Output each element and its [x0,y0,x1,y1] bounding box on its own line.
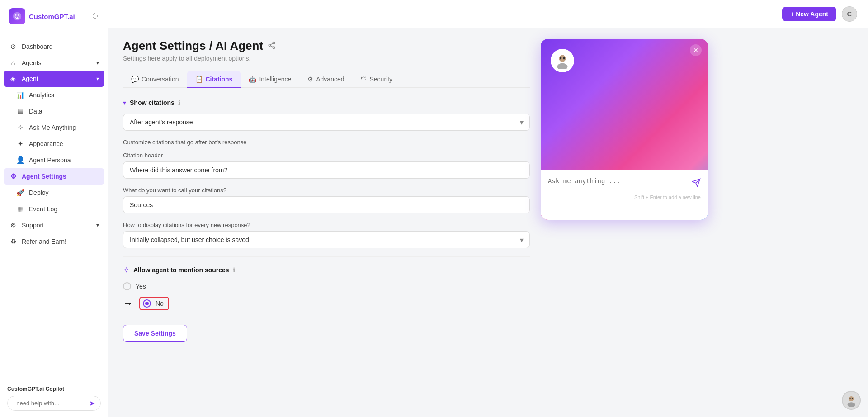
tab-security[interactable]: 🛡 Security [353,71,401,88]
sidebar-item-ask-me-anything[interactable]: ✧ Ask Me Anything [0,119,108,136]
page-title-row: Agent Settings / AI Agent [123,39,530,53]
tab-security-label: Security [370,76,393,83]
support-chevron: ▾ [96,222,99,228]
data-icon: ▤ [16,107,24,115]
svg-rect-9 [560,57,561,59]
security-tab-icon: 🛡 [361,76,367,83]
citation-header-input[interactable] [123,161,530,179]
radio-no-input[interactable] [143,299,151,308]
appearance-icon: ✦ [16,140,24,148]
sidebar-item-analytics[interactable]: 📊 Analytics [0,87,108,103]
sidebar-item-event-log[interactable]: ▦ Event Log [0,201,108,217]
tab-advanced[interactable]: ⚙ Advanced [299,71,352,88]
sidebar-item-appearance[interactable]: ✦ Appearance [0,136,108,152]
sidebar-label-data: Data [29,108,42,115]
svg-point-3 [273,47,275,49]
support-icon: ⊚ [9,221,17,229]
sources-section-icon: ✧ [123,265,130,275]
tab-conversation-label: Conversation [142,76,179,83]
bottom-user-avatar[interactable] [842,391,861,410]
citations-name-input[interactable] [123,196,530,213]
allow-sources-row: ✧ Allow agent to mention sources ℹ [123,265,530,275]
svg-point-13 [849,396,854,401]
preview-close-button[interactable]: × [690,44,702,56]
show-citations-title: Show citations [130,99,175,106]
show-citations-info-icon[interactable]: ℹ [178,99,180,106]
sidebar-item-refer-earn[interactable]: ♻ Refer and Earn! [0,233,108,250]
citation-header-field: Citation header [123,152,530,179]
refer-icon: ♻ [9,237,17,246]
sidebar-item-dashboard[interactable]: ⊙ Dashboard [0,38,108,55]
show-citations-chevron[interactable]: ▾ [123,99,126,106]
tab-intelligence[interactable]: 🤖 Intelligence [241,71,299,88]
sidebar-label-settings: Agent Settings [22,173,66,180]
svg-point-1 [273,42,275,44]
save-section: Save Settings [123,321,530,342]
copilot-input[interactable] [13,400,89,407]
arrow-indicator: → [123,298,133,309]
svg-rect-10 [563,57,565,59]
svg-line-4 [271,46,273,47]
sidebar-item-agent[interactable]: ◈ Agent ▾ [4,71,104,87]
svg-point-2 [269,44,271,46]
customize-label: Customize citations that go after bot's … [123,139,530,146]
sidebar-label-appearance: Appearance [29,140,63,147]
tab-conversation[interactable]: 💬 Conversation [123,71,187,88]
sidebar-item-deploy[interactable]: 🚀 Deploy [0,185,108,201]
radio-yes[interactable]: Yes [123,282,530,290]
new-agent-button[interactable]: + New Agent [782,7,836,21]
preview-panel: × [541,39,708,406]
sidebar-item-support[interactable]: ⊚ Support ▾ [0,217,108,233]
sidebar-label-event-log: Event Log [29,205,57,213]
sidebar-item-data[interactable]: ▤ Data [0,103,108,119]
sidebar-label-persona: Agent Persona [29,156,71,164]
display-citations-label: How to display citations for every new r… [123,222,530,228]
display-citations-select[interactable]: Initially collapsed, but user choice is … [123,231,530,248]
sidebar-item-agent-persona[interactable]: 👤 Agent Persona [0,152,108,168]
show-citations-field: After agent's response Before agent's re… [123,114,530,131]
display-citations-field: How to display citations for every new r… [123,222,530,248]
copilot-send-icon[interactable]: ➤ [89,399,95,408]
tab-citations[interactable]: 📋 Citations [187,71,241,88]
preview-avatar [551,49,574,72]
preview-input-row [548,177,701,192]
share-icon[interactable] [268,41,276,51]
save-settings-button[interactable]: Save Settings [123,325,187,342]
copilot-section: CustomGPT.ai Copilot ➤ [0,379,108,417]
citations-tab-icon: 📋 [195,76,203,83]
settings-icon: ⚙ [9,172,17,180]
sidebar-label-refer: Refer and Earn! [22,238,66,245]
radio-no-label: No [156,300,164,307]
svg-rect-16 [852,398,853,399]
svg-point-7 [557,63,568,69]
preview-send-icon[interactable] [692,178,701,190]
preview-chat-input[interactable] [548,177,688,192]
deploy-icon: 🚀 [16,189,24,197]
citations-name-label: What do you want to call your citations? [123,187,530,194]
ask-icon: ✧ [16,123,24,132]
radio-no[interactable]: No [139,297,169,310]
sidebar-logo: CustomGPT.ai ⏱ [0,0,108,33]
conversation-tab-icon: 💬 [131,76,139,83]
sidebar-item-agents[interactable]: ⌂ Agents ▾ [0,55,108,71]
allow-sources-info-icon[interactable]: ℹ [233,266,235,274]
show-citations-select-wrapper: After agent's response Before agent's re… [123,114,530,131]
clock-icon[interactable]: ⏱ [92,12,99,20]
sidebar-label-ask: Ask Me Anything [29,124,76,131]
persona-icon: 👤 [16,156,24,164]
main-area: + New Agent C Agent Settings / AI Agent … [108,0,868,417]
app-name: CustomGPT.ai [29,13,75,20]
content-area: Agent Settings / AI Agent Settings here … [108,28,868,417]
agent-chevron: ▾ [96,76,99,82]
svg-line-5 [271,43,273,44]
logo-icon [9,8,25,24]
radio-yes-input[interactable] [123,282,131,290]
sidebar-item-agent-settings[interactable]: ⚙ Agent Settings [4,168,104,185]
intelligence-tab-icon: 🤖 [249,76,256,83]
show-citations-select[interactable]: After agent's response Before agent's re… [123,114,530,131]
svg-rect-15 [850,398,851,399]
sidebar-nav: ⊙ Dashboard ⌂ Agents ▾ ◈ Agent ▾ 📊 Analy… [0,33,108,379]
sidebar-label-analytics: Analytics [29,91,54,99]
analytics-icon: 📊 [16,91,24,99]
preview-hint: Shift + Enter to add a new line [548,194,701,200]
